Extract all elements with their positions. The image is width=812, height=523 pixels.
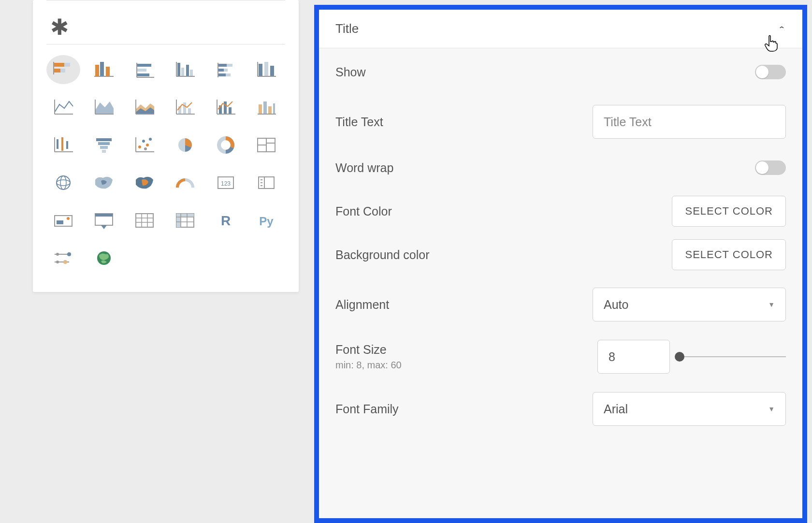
- svg-rect-9: [137, 64, 151, 67]
- svg-rect-5: [95, 65, 99, 76]
- viz-key-influencers[interactable]: [46, 244, 80, 273]
- viz-stacked-h-bar[interactable]: [46, 55, 80, 84]
- font-family-label: Font Family: [335, 402, 593, 416]
- viz-matrix[interactable]: [168, 206, 202, 235]
- title-section-header[interactable]: Title ⌃: [319, 10, 802, 48]
- title-text-label: Title Text: [335, 115, 593, 129]
- section-title-label: Title: [335, 21, 359, 36]
- visualization-grid: 123: [46, 44, 285, 273]
- svg-rect-92: [95, 214, 113, 217]
- svg-point-80: [60, 176, 66, 189]
- title-text-field: Title Text: [335, 94, 786, 146]
- svg-marker-93: [101, 225, 107, 229]
- font-size-slider[interactable]: [680, 351, 786, 363]
- slider-thumb[interactable]: [675, 352, 684, 362]
- viz-funnel[interactable]: [87, 131, 121, 160]
- font-family-select[interactable]: Arial ▼: [593, 392, 786, 426]
- background-color-label: Background color: [335, 248, 672, 262]
- asterisk-icon: ✱: [50, 16, 69, 38]
- background-color-button[interactable]: SELECT COLOR: [672, 239, 786, 270]
- viz-table[interactable]: [128, 206, 161, 235]
- viz-stacked-area[interactable]: [128, 93, 161, 122]
- chevron-up-icon: ⌃: [778, 25, 786, 33]
- viz-column-line[interactable]: [209, 93, 243, 122]
- viz-stacked-h-bar-2[interactable]: [209, 55, 243, 84]
- svg-rect-94: [136, 214, 153, 227]
- font-size-input[interactable]: [597, 340, 670, 374]
- required-indicator-row: ✱: [46, 0, 285, 44]
- svg-rect-47: [224, 102, 227, 114]
- font-color-button[interactable]: SELECT COLOR: [672, 196, 786, 227]
- font-size-hint: min: 8, max: 60: [335, 360, 597, 371]
- viz-line-multi[interactable]: [168, 93, 202, 122]
- viz-stacked-bar-alt[interactable]: [128, 55, 161, 84]
- viz-r-visual[interactable]: R: [209, 206, 243, 235]
- viz-clustered-column[interactable]: [168, 55, 202, 84]
- viz-scatter[interactable]: [128, 131, 161, 160]
- viz-slicer[interactable]: [46, 206, 80, 235]
- viz-arcgis[interactable]: [87, 244, 121, 273]
- svg-rect-14: [177, 63, 180, 76]
- svg-rect-15: [181, 68, 184, 76]
- svg-rect-24: [218, 73, 226, 76]
- viz-card[interactable]: [249, 168, 283, 197]
- svg-rect-52: [263, 102, 267, 114]
- font-size-field: Font Size min: 8, max: 60: [335, 329, 786, 381]
- svg-rect-43: [188, 108, 191, 114]
- title-text-input[interactable]: [593, 105, 786, 139]
- svg-rect-16: [186, 65, 189, 76]
- svg-rect-64: [102, 150, 106, 153]
- chevron-down-icon: ▼: [768, 405, 775, 413]
- viz-area-chart[interactable]: [87, 93, 121, 122]
- show-label: Show: [335, 65, 755, 79]
- viz-donut[interactable]: [209, 131, 243, 160]
- svg-text:123: 123: [221, 180, 231, 187]
- svg-rect-3: [60, 69, 65, 73]
- svg-point-90: [67, 217, 70, 220]
- svg-rect-22: [218, 69, 224, 72]
- viz-py-visual[interactable]: Py: [249, 206, 283, 235]
- viz-gauge[interactable]: [168, 168, 202, 197]
- svg-text:Py: Py: [259, 215, 274, 228]
- viz-range-column[interactable]: [46, 131, 80, 160]
- alignment-label: Alignment: [335, 298, 593, 312]
- viz-slicer-table[interactable]: [87, 206, 121, 235]
- alignment-select[interactable]: Auto ▼: [593, 288, 786, 321]
- viz-globe[interactable]: [46, 168, 80, 197]
- svg-rect-6: [100, 62, 104, 76]
- viz-map-choropleth[interactable]: [128, 168, 161, 197]
- svg-point-78: [57, 176, 70, 189]
- viz-map-heat[interactable]: [87, 168, 121, 197]
- font-family-field: Font Family Arial ▼: [335, 381, 786, 433]
- svg-point-69: [144, 147, 147, 150]
- svg-rect-27: [259, 64, 262, 76]
- viz-pie[interactable]: [168, 131, 202, 160]
- svg-rect-42: [183, 102, 186, 114]
- svg-rect-17: [190, 70, 193, 76]
- svg-rect-21: [227, 64, 232, 67]
- word-wrap-label: Word wrap: [335, 161, 755, 175]
- svg-rect-25: [226, 73, 231, 76]
- word-wrap-field: Word wrap: [335, 146, 786, 189]
- svg-rect-48: [229, 107, 232, 114]
- svg-rect-28: [264, 62, 268, 76]
- svg-rect-2: [54, 69, 60, 73]
- word-wrap-toggle[interactable]: [755, 160, 786, 175]
- alignment-field: Alignment Auto ▼: [335, 276, 786, 329]
- viz-treemap[interactable]: [249, 131, 283, 160]
- svg-point-67: [146, 144, 149, 146]
- svg-rect-89: [57, 220, 63, 224]
- svg-rect-54: [273, 103, 275, 114]
- viz-column-area[interactable]: [249, 93, 283, 122]
- viz-clustered-column-alt[interactable]: [249, 55, 283, 84]
- show-toggle[interactable]: [755, 65, 786, 79]
- svg-point-111: [63, 260, 67, 264]
- svg-rect-29: [270, 66, 274, 76]
- viz-kpi[interactable]: 123: [209, 168, 243, 197]
- svg-rect-56: [57, 139, 58, 149]
- svg-rect-1: [64, 63, 70, 67]
- viz-line-chart[interactable]: [46, 93, 80, 122]
- title-section-body: Show Title Text Word wrap Font Color SEL…: [319, 48, 802, 438]
- viz-clustered-bar[interactable]: [87, 55, 121, 84]
- svg-rect-57: [61, 137, 63, 151]
